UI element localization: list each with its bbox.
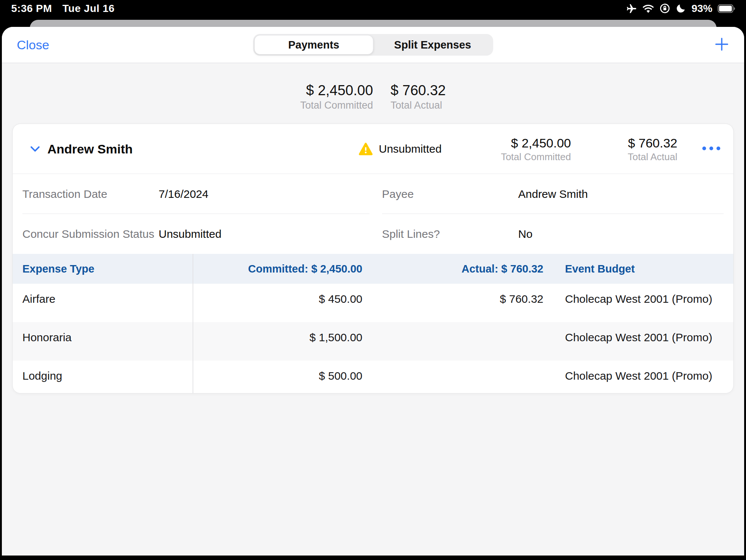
wifi-icon <box>642 4 654 13</box>
rotation-lock-icon <box>659 3 670 14</box>
totals-summary: $ 2,450.00 Total Committed $ 760.32 Tota… <box>2 63 744 124</box>
card-total-committed: $ 2,450.00 Total Committed <box>501 135 571 163</box>
tab-split-expenses[interactable]: Split Expenses <box>374 35 492 55</box>
cell-actual <box>373 322 554 361</box>
battery-percent: 93% <box>692 3 712 15</box>
nav-bar: Close Payments Split Expenses <box>2 27 744 63</box>
battery-icon <box>718 4 736 13</box>
detail-label: Payee <box>382 188 518 200</box>
status-bar: 5:36 PM Tue Jul 16 <box>0 0 746 20</box>
payment-card: Andrew Smith Unsubmitted $ 2,450.00 Tota… <box>12 124 734 393</box>
warning-icon <box>358 142 373 156</box>
detail-value: Unsubmitted <box>159 228 221 240</box>
cell-expense-type: Airfare <box>13 284 193 322</box>
tab-split-expenses-label: Split Expenses <box>394 39 471 51</box>
bottom-bezel <box>0 556 746 560</box>
cell-event-budget: Cholecap West 2001 (Promo) <box>554 284 734 322</box>
payment-details: Transaction Date 7/16/2024 Payee Andrew … <box>13 174 733 254</box>
table-row: Honoraria $ 1,500.00 Cholecap West 2001 … <box>13 322 733 361</box>
detail-value: No <box>518 228 533 240</box>
total-committed-summary: $ 2,450.00 Total Committed <box>300 82 373 124</box>
payee-name: Andrew Smith <box>47 141 133 156</box>
total-committed-label: Total Committed <box>300 99 373 112</box>
tab-payments-label: Payments <box>288 39 339 51</box>
payment-card-header: Andrew Smith Unsubmitted $ 2,450.00 Tota… <box>13 124 733 174</box>
plus-icon <box>713 35 731 55</box>
detail-label: Concur Submission Status <box>22 228 159 240</box>
cell-committed: $ 1,500.00 <box>193 322 373 361</box>
add-button[interactable] <box>713 35 731 55</box>
table-row: Airfare $ 450.00 $ 760.32 Cholecap West … <box>13 284 733 322</box>
detail-payee: Payee Andrew Smith <box>373 174 734 214</box>
tab-bar: Payments Split Expenses <box>253 34 493 56</box>
detail-value: 7/16/2024 <box>159 188 208 200</box>
cell-expense-type: Honoraria <box>13 322 193 361</box>
tab-payments[interactable]: Payments <box>254 35 374 55</box>
card-total-actual: $ 760.32 Total Actual <box>628 135 677 163</box>
close-button[interactable]: Close <box>17 38 49 52</box>
detail-concur-status: Concur Submission Status Unsubmitted <box>13 214 373 254</box>
detail-label: Split Lines? <box>382 228 518 240</box>
col-event-budget: Event Budget <box>554 254 734 284</box>
detail-label: Transaction Date <box>22 188 159 200</box>
col-actual: Actual: $ 760.32 <box>373 254 554 284</box>
detail-value: Andrew Smith <box>518 188 588 200</box>
col-expense-type: Expense Type <box>13 254 193 284</box>
total-committed-value: $ 2,450.00 <box>300 82 373 99</box>
card-total-actual-label: Total Actual <box>628 151 677 163</box>
status-badge: Unsubmitted <box>379 143 441 155</box>
chevron-down-icon[interactable] <box>28 142 42 156</box>
total-actual-summary: $ 760.32 Total Actual <box>391 82 446 124</box>
ellipsis-icon <box>702 146 721 152</box>
total-actual-label: Total Actual <box>391 99 446 112</box>
cell-actual: $ 760.32 <box>373 284 554 322</box>
table-column-divider <box>193 254 193 393</box>
moon-icon <box>675 3 686 14</box>
cell-expense-type: Lodging <box>13 361 193 393</box>
more-options-button[interactable] <box>700 146 723 152</box>
cell-event-budget: Cholecap West 2001 (Promo) <box>554 322 734 361</box>
airplane-icon <box>626 3 637 14</box>
detail-transaction-date: Transaction Date 7/16/2024 <box>13 174 373 214</box>
col-committed: Committed: $ 2,450.00 <box>193 254 373 284</box>
expense-table: Expense Type Committed: $ 2,450.00 Actua… <box>13 254 733 393</box>
status-time: 5:36 PM <box>11 3 52 15</box>
card-total-committed-label: Total Committed <box>501 151 571 163</box>
card-total-committed-value: $ 2,450.00 <box>501 135 571 151</box>
detail-split-lines: Split Lines? No <box>373 214 734 254</box>
screen: 5:36 PM Tue Jul 16 <box>0 0 746 560</box>
table-row: Lodging $ 500.00 Cholecap West 2001 (Pro… <box>13 361 733 393</box>
cell-event-budget: Cholecap West 2001 (Promo) <box>554 361 734 393</box>
expense-table-header: Expense Type Committed: $ 2,450.00 Actua… <box>13 254 733 284</box>
cell-actual <box>373 361 554 393</box>
total-actual-value: $ 760.32 <box>391 82 446 99</box>
cell-committed: $ 500.00 <box>193 361 373 393</box>
card-total-actual-value: $ 760.32 <box>628 135 677 151</box>
cell-committed: $ 450.00 <box>193 284 373 322</box>
payments-sheet: Close Payments Split Expenses $ <box>2 27 744 556</box>
status-date: Tue Jul 16 <box>62 3 115 15</box>
